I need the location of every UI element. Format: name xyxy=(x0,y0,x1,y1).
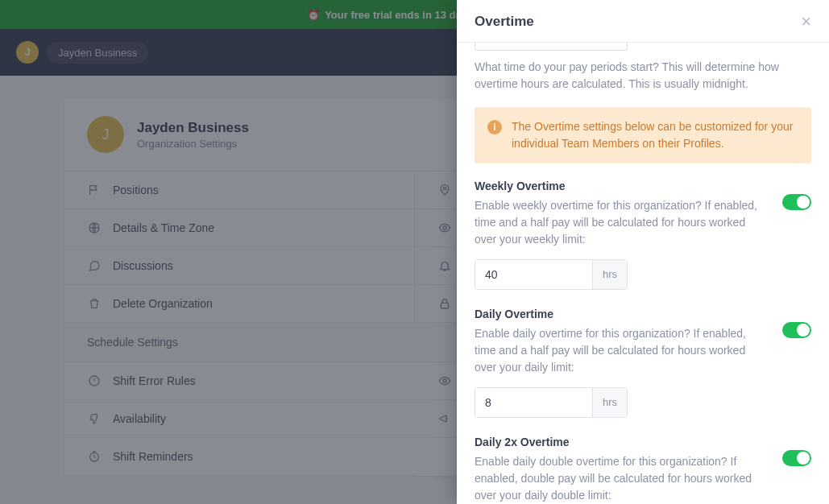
weekly-overtime-input-group: hrs xyxy=(475,259,628,290)
weekly-overtime-title: Weekly Overtime xyxy=(475,180,811,192)
panel-body: What time do your pay periods start? Thi… xyxy=(457,43,829,504)
weekly-overtime-unit: hrs xyxy=(592,260,627,289)
daily-2x-overtime-title: Daily 2x Overtime xyxy=(475,436,811,448)
daily-overtime-input[interactable] xyxy=(475,388,592,417)
daily-overtime-toggle[interactable] xyxy=(782,322,811,338)
weekly-overtime-desc: Enable weekly overtime for this organiza… xyxy=(475,197,811,248)
close-icon[interactable]: × xyxy=(801,13,811,31)
pay-period-start-input[interactable] xyxy=(475,43,628,51)
daily-overtime-block: Daily Overtime Enable daily overtime for… xyxy=(475,308,811,418)
pay-period-help: What time do your pay periods start? Thi… xyxy=(475,59,811,93)
weekly-overtime-toggle[interactable] xyxy=(782,194,811,210)
daily-overtime-title: Daily Overtime xyxy=(475,308,811,320)
overtime-panel: Overtime × What time do your pay periods… xyxy=(457,0,829,504)
weekly-overtime-block: Weekly Overtime Enable weekly overtime f… xyxy=(475,180,811,290)
info-icon: i xyxy=(487,120,502,134)
panel-header: Overtime × xyxy=(457,0,829,43)
panel-title: Overtime xyxy=(475,14,534,30)
overtime-info-alert: i The Overtime settings below can be cus… xyxy=(475,107,811,163)
daily-2x-overtime-toggle[interactable] xyxy=(782,450,811,466)
alert-text: The Overtime settings below can be custo… xyxy=(512,120,793,150)
daily-overtime-input-group: hrs xyxy=(475,387,628,418)
daily-2x-overtime-desc: Enable daily double overtime for this or… xyxy=(475,453,811,504)
daily-overtime-unit: hrs xyxy=(592,388,627,417)
daily-overtime-desc: Enable daily overtime for this organizat… xyxy=(475,325,811,376)
daily-2x-overtime-block: Daily 2x Overtime Enable daily double ov… xyxy=(475,436,811,504)
weekly-overtime-input[interactable] xyxy=(475,260,592,289)
